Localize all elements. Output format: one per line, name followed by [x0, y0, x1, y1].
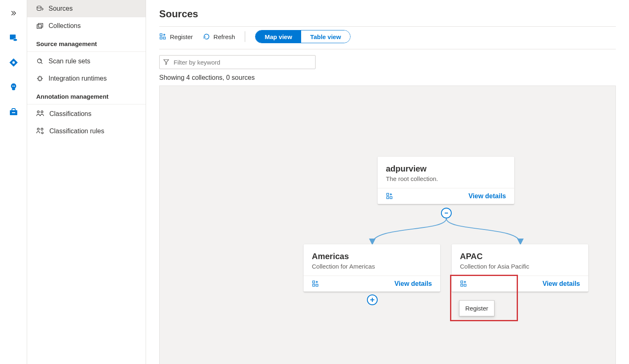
view-toggle: Map view Table view: [255, 30, 350, 43]
map-canvas[interactable]: adpurview The root collection. View deta…: [159, 86, 616, 364]
sidebar-item-classifications[interactable]: Classifications: [27, 105, 146, 123]
collection-node-root[interactable]: adpurview The root collection. View deta…: [378, 157, 514, 204]
svg-rect-12: [38, 77, 42, 80]
svg-point-8: [37, 6, 41, 8]
svg-point-4: [12, 86, 13, 87]
node-desc: Collection for Americas: [312, 263, 432, 270]
refresh-label: Refresh: [214, 33, 235, 40]
svg-point-16: [41, 128, 43, 130]
svg-point-15: [37, 128, 39, 130]
page-title: Sources: [159, 8, 616, 20]
left-rail: [0, 0, 27, 364]
view-details-button[interactable]: View details: [395, 280, 432, 287]
register-tooltip: Register: [459, 300, 494, 316]
sidebar-item-label: Scan rule sets: [49, 58, 90, 65]
svg-rect-19: [160, 37, 162, 39]
svg-rect-27: [461, 281, 463, 283]
sources-icon: [36, 5, 44, 12]
map-view-button[interactable]: Map view: [255, 30, 301, 43]
svg-rect-23: [390, 197, 392, 199]
svg-point-17: [42, 132, 43, 134]
showing-count: Showing 4 collections, 0 sources: [159, 74, 616, 81]
svg-rect-28: [461, 284, 463, 286]
node-desc: Collection for Asia Pacific: [460, 263, 580, 270]
node-title: Americas: [312, 252, 432, 261]
svg-rect-29: [464, 284, 466, 286]
collection-node-apac[interactable]: APAC Collection for Asia Pacific View de…: [452, 244, 588, 292]
scan-rule-icon: [36, 58, 44, 65]
main-content: Sources Register Refresh Map view Table …: [146, 0, 629, 364]
side-panel: Sources Collections Source management Sc…: [27, 0, 146, 364]
sidebar-section-source-mgmt: Source management: [27, 35, 146, 52]
rail-map-icon[interactable]: [5, 54, 22, 71]
add-child-button[interactable]: [367, 294, 378, 305]
rail-management-icon[interactable]: [5, 104, 22, 120]
register-icon[interactable]: [460, 280, 467, 287]
svg-rect-22: [387, 197, 389, 199]
sidebar-item-collections[interactable]: Collections: [27, 17, 146, 35]
sidebar-item-label: Sources: [49, 5, 73, 12]
collections-icon: [36, 22, 44, 30]
sidebar-item-label: Collections: [49, 22, 81, 30]
node-desc: The root collection.: [386, 175, 506, 182]
svg-rect-10: [38, 23, 43, 27]
sidebar-item-sources[interactable]: Sources: [27, 0, 146, 17]
svg-rect-21: [387, 193, 389, 195]
classification-rules-icon: [36, 128, 44, 135]
refresh-icon: [203, 33, 210, 40]
toolbar-separator: [245, 31, 245, 42]
collapse-toggle[interactable]: [441, 208, 452, 218]
register-icon[interactable]: [312, 280, 319, 287]
sidebar-section-annotation-mgmt: Annotation management: [27, 87, 146, 104]
rail-data-icon[interactable]: [5, 30, 22, 46]
view-details-button[interactable]: View details: [469, 192, 506, 200]
toolbar: Register Refresh Map view Table view: [159, 26, 616, 49]
expand-rail-button[interactable]: [5, 5, 22, 21]
sidebar-item-scan-rule-sets[interactable]: Scan rule sets: [27, 53, 146, 70]
svg-rect-26: [316, 284, 318, 286]
collection-node-americas[interactable]: Americas Collection for Americas View de…: [304, 244, 440, 292]
filter-icon: [163, 59, 169, 65]
view-details-button[interactable]: View details: [543, 280, 580, 287]
node-title: adpurview: [386, 164, 506, 174]
table-view-button[interactable]: Table view: [301, 30, 350, 43]
register-label: Register: [170, 33, 193, 40]
sidebar-item-classification-rules[interactable]: Classification rules: [27, 123, 146, 140]
svg-rect-25: [313, 284, 315, 286]
refresh-button[interactable]: Refresh: [203, 31, 235, 42]
svg-point-13: [37, 111, 39, 113]
svg-rect-20: [163, 37, 165, 39]
node-title: APAC: [460, 252, 580, 261]
sidebar-item-label: Classifications: [49, 110, 91, 118]
classifications-icon: [36, 110, 44, 118]
register-icon[interactable]: [386, 192, 393, 200]
sidebar-item-label: Classification rules: [49, 128, 104, 135]
svg-point-5: [14, 86, 15, 87]
svg-point-3: [12, 61, 15, 64]
sidebar-item-integration-runtimes[interactable]: Integration runtimes: [27, 70, 146, 87]
register-icon: [159, 33, 167, 40]
svg-rect-24: [313, 281, 315, 283]
svg-rect-9: [37, 25, 42, 28]
sidebar-item-label: Integration runtimes: [49, 75, 107, 82]
rail-insights-icon[interactable]: [5, 79, 22, 95]
svg-rect-18: [160, 34, 162, 36]
filter-input[interactable]: [159, 55, 316, 69]
integration-icon: [36, 75, 44, 82]
svg-point-14: [41, 111, 43, 113]
svg-rect-7: [12, 112, 15, 113]
register-button[interactable]: Register: [159, 31, 193, 42]
filter-row: [159, 55, 616, 69]
